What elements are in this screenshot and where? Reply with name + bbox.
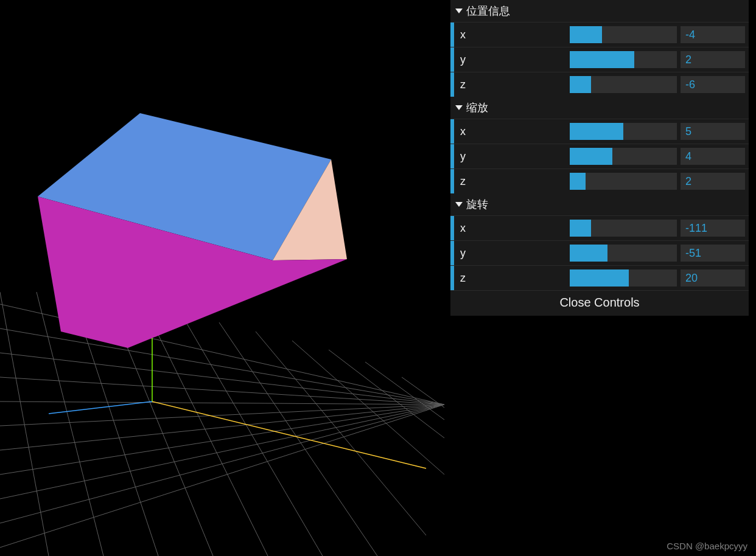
value-input-pos-x[interactable]: -4 (681, 26, 745, 43)
control-row-rot-x: x-111 (450, 215, 749, 240)
svg-line-24 (49, 401, 152, 414)
svg-line-2 (0, 353, 444, 405)
svg-line-25 (152, 401, 426, 468)
value-input-rot-x[interactable]: -111 (681, 220, 745, 237)
control-row-scale-y: y4 (450, 144, 749, 169)
slider-scale-z[interactable] (570, 173, 677, 190)
value-input-pos-y[interactable]: 2 (681, 51, 745, 68)
control-label: y (454, 241, 570, 265)
svg-line-20 (329, 350, 444, 438)
svg-line-17 (219, 322, 377, 556)
slider-pos-y[interactable] (570, 51, 677, 68)
folder-label: 缩放 (466, 100, 488, 115)
svg-line-1 (0, 328, 444, 405)
slider-fill (570, 269, 629, 287)
slider-pos-z[interactable] (570, 76, 677, 93)
value-input-scale-y[interactable]: 4 (681, 148, 745, 165)
folder-label: 旋转 (466, 197, 488, 212)
control-label: z (454, 266, 570, 290)
slider-pos-x[interactable] (570, 26, 677, 43)
folder-title-position[interactable]: 位置信息 (450, 0, 749, 22)
slider-fill (570, 51, 634, 68)
folder-title-rotation[interactable]: 旋转 (450, 193, 749, 215)
watermark: CSDN @baekpcyyy (667, 541, 747, 551)
value-input-rot-y[interactable]: -51 (681, 245, 745, 262)
control-row-rot-z: z20 (450, 265, 749, 290)
cube (38, 113, 347, 348)
control-row-scale-z: z2 (450, 169, 749, 193)
value-input-scale-x[interactable]: 5 (681, 123, 745, 140)
slider-fill (570, 245, 607, 262)
slider-rot-y[interactable] (570, 245, 677, 262)
svg-line-21 (365, 362, 444, 420)
gui-panel: 位置信息x-4y2z-6缩放x5y4z2旋转x-111y-51z20Close … (450, 0, 749, 316)
value-input-rot-z[interactable]: 20 (681, 269, 745, 287)
slider-fill (570, 148, 612, 165)
slider-rot-z[interactable] (570, 269, 677, 287)
control-row-rot-y: y-51 (450, 240, 749, 265)
slider-fill (570, 123, 623, 140)
control-row-scale-x: x5 (450, 119, 749, 144)
control-label: x (454, 23, 570, 47)
folder-title-scale[interactable]: 缩放 (450, 97, 749, 119)
value-input-pos-z[interactable]: -6 (681, 76, 745, 93)
control-label: x (454, 119, 570, 144)
control-label: y (454, 47, 570, 72)
control-label: y (454, 144, 570, 169)
slider-fill (570, 76, 591, 93)
close-controls-button[interactable]: Close Controls (450, 290, 749, 316)
svg-line-4 (0, 401, 444, 405)
slider-rot-x[interactable] (570, 220, 677, 237)
folder-label: 位置信息 (466, 4, 510, 18)
slider-fill (570, 173, 586, 190)
chevron-down-icon (455, 202, 463, 207)
slider-scale-y[interactable] (570, 148, 677, 165)
chevron-down-icon (455, 9, 463, 13)
control-row-pos-z: z-6 (450, 72, 749, 97)
control-row-pos-x: x-4 (450, 22, 749, 47)
chevron-down-icon (455, 105, 463, 110)
svg-line-16 (183, 316, 323, 556)
control-label: z (454, 169, 570, 193)
control-label: x (454, 216, 570, 240)
control-label: z (454, 72, 570, 97)
svg-line-3 (0, 377, 444, 405)
control-row-pos-y: y2 (450, 47, 749, 72)
slider-fill (570, 26, 602, 43)
svg-line-10 (0, 405, 444, 547)
slider-fill (570, 220, 591, 237)
value-input-scale-z[interactable]: 2 (681, 173, 745, 190)
slider-scale-x[interactable] (570, 123, 677, 140)
